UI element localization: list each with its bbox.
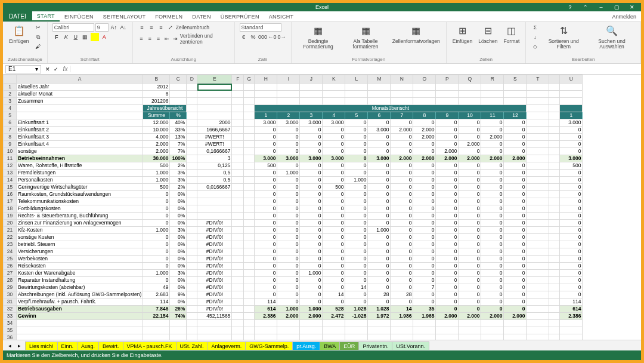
paste-button[interactable]: 📋 Einfügen	[8, 23, 30, 45]
font-color-icon[interactable]: A	[100, 33, 109, 41]
col-header[interactable]: D	[187, 75, 197, 84]
col-header[interactable]: J	[300, 75, 323, 84]
sheet-tab[interactable]: Bewirt.	[98, 342, 123, 350]
col-header[interactable]: P	[436, 75, 459, 84]
tab-einfuegen[interactable]: EINFÜGEN	[60, 11, 98, 21]
row-header[interactable]: 22	[4, 234, 17, 241]
delete-cells-button[interactable]: ⊟Löschen	[477, 23, 499, 45]
align-center-icon[interactable]: ≡	[146, 35, 153, 43]
row-header[interactable]: 23	[4, 241, 17, 248]
decrease-indent-icon[interactable]: ⇤	[163, 35, 170, 43]
sheet-tab[interactable]: Lies mich!	[25, 342, 58, 350]
font-size-select[interactable]: 9	[95, 23, 109, 32]
row-header[interactable]: 3	[4, 98, 17, 105]
col-header[interactable]: L	[345, 75, 368, 84]
align-top-icon[interactable]: ≡	[138, 23, 146, 32]
currency-icon[interactable]: €	[240, 33, 248, 41]
sheet-tab[interactable]: GWG-Sammelp.	[245, 342, 293, 350]
sign-in-link[interactable]: Anmelden	[607, 11, 641, 21]
row-header[interactable]: 29	[4, 284, 17, 291]
close-icon[interactable]: ✕	[626, 4, 639, 11]
tab-ansicht[interactable]: ANSICHT	[264, 11, 299, 21]
number-format-select[interactable]: Standard	[240, 23, 281, 32]
sheet-tab[interactable]: BWA	[320, 342, 340, 350]
row-header[interactable]: 7	[4, 127, 17, 134]
row-header[interactable]: 16	[4, 191, 17, 198]
col-header[interactable]: I	[277, 75, 300, 84]
col-header[interactable]: R	[481, 75, 504, 84]
sheet-nav-first-icon[interactable]: ◂	[5, 342, 14, 350]
increase-indent-icon[interactable]: ⇥	[172, 35, 179, 43]
sheet-tab[interactable]: pr.Ausg.	[292, 342, 320, 350]
row-header[interactable]: 35	[4, 327, 17, 334]
sheet-tab[interactable]: EÜR	[339, 342, 359, 350]
italic-button[interactable]: K	[62, 33, 70, 41]
thousands-icon[interactable]: 000	[259, 33, 267, 41]
col-header[interactable]	[549, 75, 560, 84]
tab-datei[interactable]: DATEI	[3, 11, 32, 21]
bold-button[interactable]: F	[52, 33, 61, 41]
underline-button[interactable]: U	[72, 33, 80, 41]
col-header[interactable]: E	[197, 75, 232, 84]
cut-icon[interactable]: ✂	[34, 23, 42, 32]
name-box[interactable]: E1▾	[5, 65, 41, 73]
row-header[interactable]: 21	[4, 227, 17, 234]
spreadsheet-grid[interactable]: ABCDEFGHIJKLMNOPQRSTU1aktuelles Jahr2012…	[3, 75, 583, 340]
tab-daten[interactable]: DATEN	[187, 11, 215, 21]
col-header[interactable]: H	[255, 75, 277, 84]
col-header[interactable]: N	[391, 75, 413, 84]
wrap-text-button[interactable]: Zeilenumbruch	[176, 24, 209, 30]
row-header[interactable]: 12	[4, 162, 17, 170]
col-header[interactable]: C	[170, 75, 187, 84]
col-header[interactable]: T	[527, 75, 549, 84]
font-family-select[interactable]: Calibri	[52, 23, 94, 32]
row-header[interactable]: 2	[4, 91, 17, 98]
increase-decimal-icon[interactable]: ←0	[268, 33, 277, 41]
row-header[interactable]: 13	[4, 170, 17, 177]
fill-color-icon[interactable]	[91, 33, 99, 41]
col-header[interactable]: K	[323, 75, 345, 84]
col-header[interactable]: F	[232, 75, 244, 84]
increase-font-icon[interactable]: A↑	[110, 23, 118, 32]
insert-cells-button[interactable]: ⊞Einfügen	[451, 23, 474, 45]
decrease-decimal-icon[interactable]: 0→	[278, 33, 286, 41]
row-header[interactable]: 24	[4, 248, 17, 256]
row-header[interactable]: 32	[4, 306, 17, 313]
tab-seitenlayout[interactable]: SEITENLAYOUT	[98, 11, 150, 21]
sheet-nav-last-icon[interactable]: ▸	[15, 342, 23, 350]
row-header[interactable]: 34	[4, 320, 17, 327]
row-header[interactable]: 33	[4, 313, 17, 320]
ribbon-collapse-icon[interactable]: ⌃	[579, 4, 592, 11]
orientation-icon[interactable]: ⤢	[166, 23, 175, 32]
align-right-icon[interactable]: ≡	[154, 35, 162, 43]
sheet-tab[interactable]: VPMA - pausch.FK	[123, 342, 177, 350]
sort-filter-button[interactable]: ⇅Sortieren und Filtern	[543, 23, 584, 51]
row-header[interactable]: 20	[4, 220, 17, 227]
col-header[interactable]: Q	[459, 75, 481, 84]
row-header[interactable]: 25	[4, 256, 17, 263]
accept-formula-icon[interactable]: ✓	[52, 65, 60, 73]
fx-icon[interactable]: fx	[60, 66, 71, 72]
row-header[interactable]: 19	[4, 213, 17, 220]
border-icon[interactable]: ▦	[81, 33, 89, 41]
copy-icon[interactable]: ⧉	[34, 33, 42, 41]
align-bottom-icon[interactable]: ≡	[157, 23, 165, 32]
col-header[interactable]: O	[413, 75, 436, 84]
help-icon[interactable]: ?	[564, 4, 577, 11]
row-header[interactable]: 11	[4, 155, 17, 162]
row-header[interactable]: 26	[4, 263, 17, 270]
sheet-tab[interactable]: Privatentn.	[358, 342, 392, 350]
align-left-icon[interactable]: ≡	[138, 35, 145, 43]
row-header[interactable]: 9	[4, 141, 17, 148]
tab-ueberpruefen[interactable]: ÜBERPRÜFEN	[216, 11, 264, 21]
format-as-table-button[interactable]: ▦Als Tabelle formatieren	[343, 23, 388, 51]
col-header[interactable]: G	[244, 75, 255, 84]
row-header[interactable]: 8	[4, 134, 17, 141]
align-middle-icon[interactable]: ≡	[147, 23, 156, 32]
row-header[interactable]: 4	[4, 105, 17, 112]
conditional-formatting-button[interactable]: ▦Bedingte Formatierung	[296, 23, 340, 51]
col-header[interactable]: A	[17, 75, 143, 84]
format-painter-icon[interactable]: 🖌	[34, 42, 42, 51]
col-header[interactable]: S	[504, 75, 527, 84]
decrease-font-icon[interactable]: A↓	[119, 23, 128, 32]
